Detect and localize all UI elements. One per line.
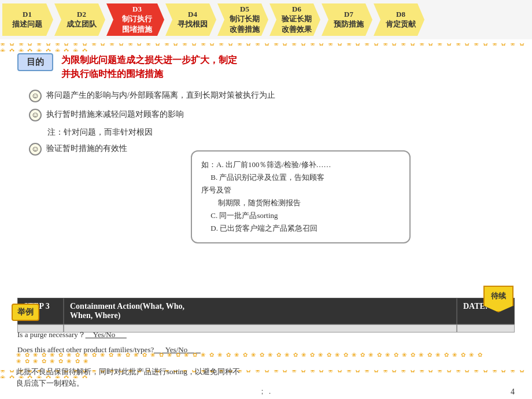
nav-label-d2: D2成立团队 <box>66 10 97 29</box>
bottom-line1: 此批不良品保留待解析，同时对此批产品进行sorting，以避免同种不 <box>16 367 240 376</box>
popup-line-3: 序号及管 <box>201 186 231 194</box>
flower-row-bottom1: ❀ ✿ ❀ ✿ ❀ ✿ ❀ ✿ ❀ ✿ ❀ ✿ ❀ ✿ ❀ ✿ ❀ ✿ ❀ ✿ … <box>16 352 486 364</box>
bullet-item-2: ☺ 执行暂时措施来减轻问题对顾客的影响 <box>29 108 515 121</box>
nav-item-d7[interactable]: D7预防措施 <box>322 3 372 36</box>
bullet-text-3: 验证暂时措施的有效性 <box>46 142 127 155</box>
nav-item-d3[interactable]: D3制订执行围堵措施 <box>106 3 164 36</box>
popup-line-6: D. 已出货客户端之产品紧急召回 <box>201 224 317 232</box>
nav-item-d2[interactable]: D2成立团队 <box>54 3 105 36</box>
popup-line-4: 制期限，随货附检测报告 <box>201 198 301 207</box>
purpose-badge: 目的 <box>17 53 53 71</box>
bottom-text: 此批不良品保留待解析，同时对此批产品进行sorting，以避免同种不 良后流下一… <box>16 366 486 389</box>
popup-line-5: C. 同一批产品sorting <box>201 211 278 220</box>
nav-label-d1: D1描述问题 <box>12 10 42 29</box>
bullet-text-2: 执行暂时措施来减轻问题对顾客的影响 <box>46 108 184 121</box>
page-number: 4 <box>511 387 515 397</box>
purpose-section: 目的 为限制此问题造成之损失进一步扩大，制定 并执行临时性的围堵措施 <box>17 53 515 81</box>
bullet-item-1: ☺ 将问题产生的影响与内/外部顾客隔离，直到长期对策被执行为止 <box>29 89 515 102</box>
bullet-section: ☺ 将问题产生的影响与内/外部顾客隔离，直到长期对策被执行为止 ☺ 执行暂时措施… <box>29 89 515 156</box>
nav-label-d6: D6验证长期改善效果 <box>282 5 312 35</box>
nav-bar: D1描述问题 D2成立团队 D3制订执行围堵措施 D4寻找根因 D5制订长期改善… <box>0 0 532 39</box>
nav-label-d3: D3制订执行围堵措施 <box>122 5 152 35</box>
smiley-icon-3: ☺ <box>29 143 42 156</box>
step-table-header: STEP 3 Containment Action(What, Who,When… <box>17 298 515 324</box>
purge-line-1: Is a purge necessary？__Yes/No___ <box>17 327 480 342</box>
smiley-icon-1: ☺ <box>29 90 42 102</box>
bullet-text-1: 将问题产生的影响与内/外部顾客隔离，直到长期对策被执行为止 <box>46 89 275 102</box>
popup-line-2: B. 产品识别记录及位置，告知顾客 <box>201 173 324 182</box>
purpose-line1: 为限制此问题造成之损失进一步扩大，制定 <box>61 55 237 65</box>
smiley-icon-2: ☺ <box>29 109 42 121</box>
note-text: 注：针对问题，而非针对根因 <box>47 127 515 138</box>
nav-label-d8: D8肯定贡献 <box>386 10 416 29</box>
nav-item-d5[interactable]: D5制订长期改善措施 <box>217 3 268 36</box>
step-header-col2: Containment Action(What, Who,When, Where… <box>64 298 457 324</box>
purpose-line2: 并执行临时性的围堵措施 <box>61 69 163 79</box>
popup-balloon: 如：A. 出厂前100％筛选/检验/修补…… B. 产品识别记录及位置，告知顾客… <box>191 150 411 243</box>
bottom-line2: 良后流下一制程站。 <box>16 379 84 387</box>
bottom-note: ❀ ✿ ❀ ✿ ❀ ✿ ❀ ✿ ❀ ✿ ❀ ✿ ❀ ✿ ❀ ✿ ❀ ✿ ❀ ✿ … <box>16 352 486 389</box>
nav-item-d4[interactable]: D4寻找根因 <box>165 3 216 36</box>
nav-item-d6[interactable]: D6验证长期改善效果 <box>269 3 320 36</box>
nav-label-d7: D7预防措施 <box>334 10 364 29</box>
purpose-text: 为限制此问题造成之损失进一步扩大，制定 并执行临时性的围堵措施 <box>61 53 237 81</box>
nav-label-d5: D5制订长期改善措施 <box>230 5 260 35</box>
nav-label-d4: D4寻找根因 <box>178 10 208 29</box>
popup-line-1: 如：A. 出厂前100％筛选/检验/修补…… <box>201 160 331 169</box>
page-separator: ；． <box>258 386 274 397</box>
nav-item-d1[interactable]: D1描述问题 <box>2 3 53 36</box>
jueli-badge: 举例 <box>12 304 39 321</box>
nav-item-d8[interactable]: D8肯定贡献 <box>374 3 424 36</box>
